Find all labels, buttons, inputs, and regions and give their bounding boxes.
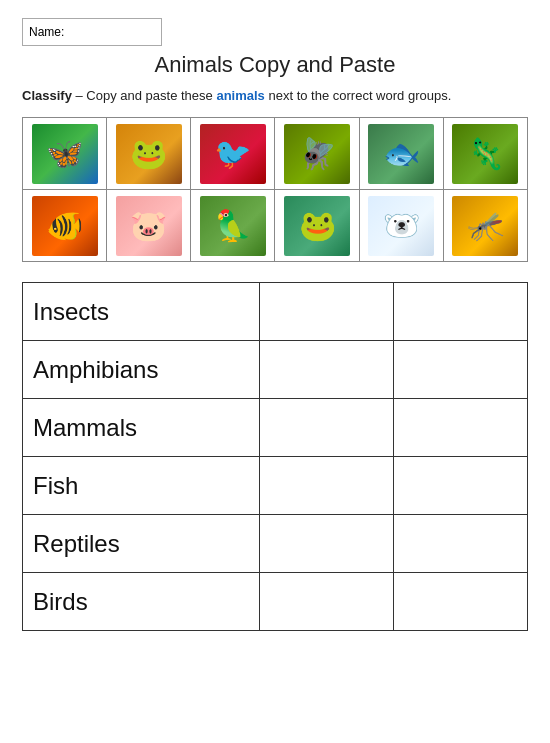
clownfish-photo: 🐠 xyxy=(32,196,98,256)
animal-grid: 🦋 🐸 🐦 🪰 🐟 🦎 🐠 🐷 🦜 🐸 🐻‍❄ xyxy=(22,117,528,262)
animal-cell-parrot[interactable]: 🦜 xyxy=(191,190,275,262)
frog-photo: 🐸 xyxy=(116,124,182,184)
answer-cell-fish-1[interactable] xyxy=(260,457,394,515)
instruction-rest: – Copy and paste these xyxy=(72,88,217,103)
instructions: Classify – Copy and paste these animals … xyxy=(22,88,528,103)
answer-cell-amphibians-2[interactable] xyxy=(394,341,528,399)
category-row-fish: Fish xyxy=(23,457,528,515)
page-title: Animals Copy and Paste xyxy=(22,52,528,78)
category-label-amphibians: Amphibians xyxy=(23,341,260,399)
greenfrog-photo: 🐸 xyxy=(284,196,350,256)
instruction-classify: Classify xyxy=(22,88,72,103)
name-field[interactable]: Name: xyxy=(22,18,162,46)
butterfly-photo: 🦋 xyxy=(32,124,98,184)
answer-cell-reptiles-1[interactable] xyxy=(260,515,394,573)
category-label-fish: Fish xyxy=(23,457,260,515)
fish-photo: 🐟 xyxy=(368,124,434,184)
category-label-birds: Birds xyxy=(23,573,260,631)
animal-cell-polarbear[interactable]: 🐻‍❄️ xyxy=(359,190,443,262)
answer-cell-fish-2[interactable] xyxy=(394,457,528,515)
category-row-amphibians: Amphibians xyxy=(23,341,528,399)
animal-cell-wasp[interactable]: 🦟 xyxy=(443,190,527,262)
answer-cell-insects-2[interactable] xyxy=(394,283,528,341)
name-label: Name: xyxy=(29,25,64,39)
animal-cell-iguana[interactable]: 🦎 xyxy=(443,118,527,190)
animal-cell-fish[interactable]: 🐟 xyxy=(359,118,443,190)
animal-cell-cardinal[interactable]: 🐦 xyxy=(191,118,275,190)
instruction-animals: animals xyxy=(216,88,264,103)
classification-table: Insects Amphibians Mammals Fish Reptiles… xyxy=(22,282,528,631)
answer-cell-birds-1[interactable] xyxy=(260,573,394,631)
animal-cell-frog[interactable]: 🐸 xyxy=(107,118,191,190)
category-row-birds: Birds xyxy=(23,573,528,631)
category-row-insects: Insects xyxy=(23,283,528,341)
answer-cell-mammals-1[interactable] xyxy=(260,399,394,457)
animal-cell-butterfly[interactable]: 🦋 xyxy=(23,118,107,190)
answer-cell-reptiles-2[interactable] xyxy=(394,515,528,573)
answer-cell-birds-2[interactable] xyxy=(394,573,528,631)
animal-cell-fly[interactable]: 🪰 xyxy=(275,118,359,190)
animal-cell-pig[interactable]: 🐷 xyxy=(107,190,191,262)
category-label-insects: Insects xyxy=(23,283,260,341)
wasp-photo: 🦟 xyxy=(452,196,518,256)
parrot-photo: 🦜 xyxy=(200,196,266,256)
category-row-reptiles: Reptiles xyxy=(23,515,528,573)
pig-photo: 🐷 xyxy=(116,196,182,256)
polarbear-photo: 🐻‍❄️ xyxy=(368,196,434,256)
category-label-mammals: Mammals xyxy=(23,399,260,457)
answer-cell-amphibians-1[interactable] xyxy=(260,341,394,399)
cardinal-photo: 🐦 xyxy=(200,124,266,184)
category-row-mammals: Mammals xyxy=(23,399,528,457)
answer-cell-insects-1[interactable] xyxy=(260,283,394,341)
instruction-end: next to the correct word groups. xyxy=(265,88,451,103)
animal-cell-clownfish[interactable]: 🐠 xyxy=(23,190,107,262)
category-label-reptiles: Reptiles xyxy=(23,515,260,573)
iguana-photo: 🦎 xyxy=(452,124,518,184)
animal-cell-greenfrog[interactable]: 🐸 xyxy=(275,190,359,262)
answer-cell-mammals-2[interactable] xyxy=(394,399,528,457)
fly-photo: 🪰 xyxy=(284,124,350,184)
